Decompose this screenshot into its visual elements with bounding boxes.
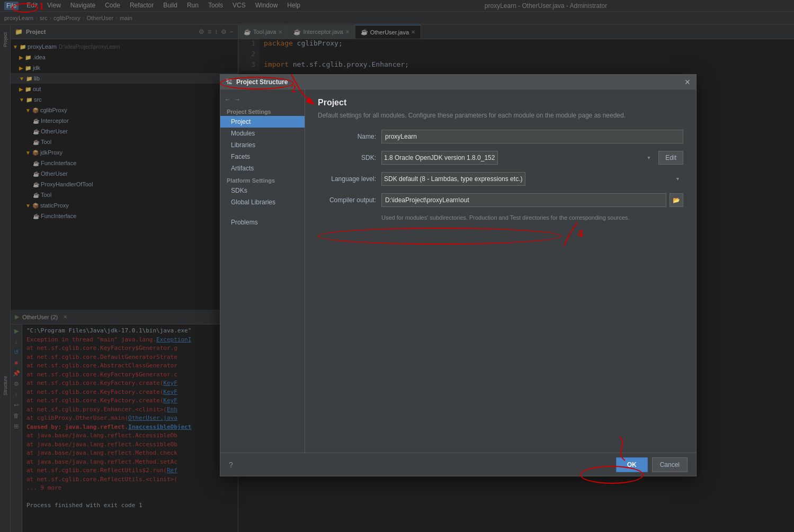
nav-item-libraries[interactable]: Libraries — [220, 139, 305, 151]
dialog-nav: ← → Project Settings Project Modules Lib… — [220, 89, 305, 453]
content-title: Project — [318, 98, 683, 107]
nav-section-project-settings: Project Settings — [220, 105, 305, 116]
compiler-path-controls: 📂 — [381, 193, 683, 207]
language-level-select[interactable]: SDK default (8 - Lambdas, type expressio… — [381, 172, 525, 186]
language-select-wrapper: SDK default (8 - Lambdas, type expressio… — [381, 172, 683, 186]
language-level-label: Language level: — [318, 175, 376, 183]
sdk-controls: 1.8 Oracle OpenJDK version 1.8.0_152 Edi… — [381, 151, 683, 165]
compiler-output-hint: Used for modules' subdirectories. Produc… — [381, 214, 683, 221]
dialog-close-button[interactable]: ✕ — [684, 78, 691, 86]
nav-item-project[interactable]: Project — [220, 116, 305, 128]
language-level-row: Language level: SDK default (8 - Lambdas… — [318, 172, 683, 186]
dialog-content: Project Default settings for all modules… — [305, 89, 696, 453]
help-button[interactable]: ? — [229, 461, 233, 469]
nav-item-problems[interactable]: Problems — [220, 217, 305, 228]
nav-item-artifacts[interactable]: Artifacts — [220, 163, 305, 174]
nav-item-sdks[interactable]: SDKs — [220, 185, 305, 196]
ok-button[interactable]: OK — [616, 457, 648, 472]
sdk-row: SDK: 1.8 Oracle OpenJDK version 1.8.0_15… — [318, 151, 683, 165]
back-icon[interactable]: ← — [225, 96, 231, 103]
compiler-browse-button[interactable]: 📂 — [670, 193, 683, 207]
compiler-output-input[interactable] — [381, 193, 666, 207]
compiler-output-label: Compiler output: — [318, 196, 376, 204]
sdk-select-wrapper: 1.8 Oracle OpenJDK version 1.8.0_152 — [381, 151, 654, 165]
forward-icon[interactable]: → — [234, 96, 240, 103]
nav-item-modules[interactable]: Modules — [220, 128, 305, 139]
dialog-title: Project Structure — [236, 78, 680, 86]
project-structure-dialog: 🏗 Project Structure ✕ ← → Project Settin… — [220, 74, 697, 476]
name-input[interactable] — [381, 130, 683, 143]
dialog-icon: 🏗 — [226, 78, 232, 86]
content-description: Default settings for all modules. Config… — [318, 112, 683, 119]
sdk-label: SDK: — [318, 154, 376, 161]
name-row: Name: — [318, 130, 683, 143]
dialog-body: ← → Project Settings Project Modules Lib… — [220, 89, 696, 453]
compiler-output-row: Compiler output: 📂 — [318, 193, 683, 207]
sdk-select[interactable]: 1.8 Oracle OpenJDK version 1.8.0_152 — [381, 151, 498, 165]
nav-item-global-libraries[interactable]: Global Libraries — [220, 196, 305, 208]
nav-item-facets[interactable]: Facets — [220, 151, 305, 163]
nav-section-platform-settings: Platform Settings — [220, 174, 305, 185]
nav-back-forward: ← → — [220, 94, 305, 105]
sdk-edit-button[interactable]: Edit — [658, 151, 683, 165]
name-label: Name: — [318, 133, 376, 140]
dialog-footer: ? OK Cancel — [220, 453, 696, 476]
cancel-button[interactable]: Cancel — [652, 457, 688, 472]
dialog-title-bar: 🏗 Project Structure ✕ — [220, 75, 696, 89]
